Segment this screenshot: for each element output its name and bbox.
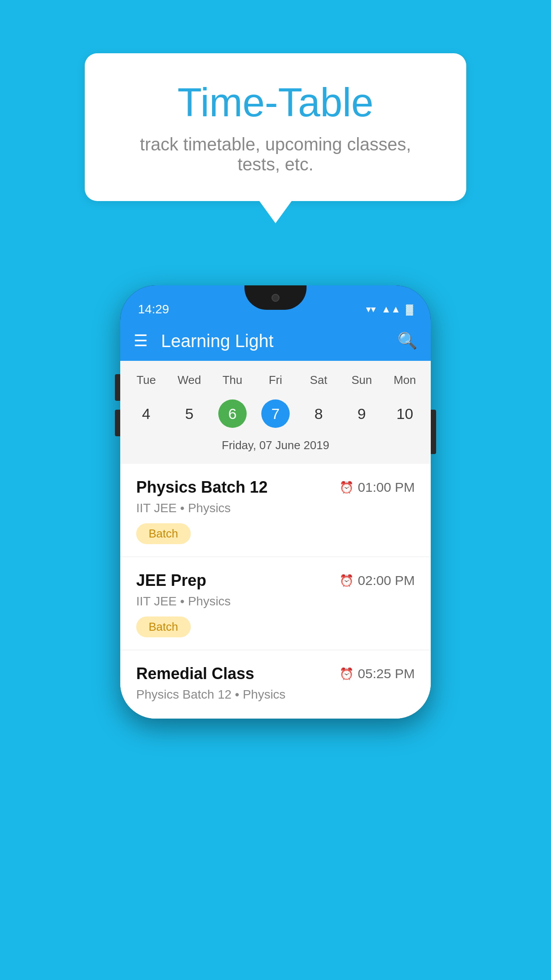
class-name: Physics Batch 12 [136, 478, 268, 497]
status-time: 14:29 [138, 302, 169, 316]
date-9[interactable]: 9 [340, 395, 383, 432]
date-6[interactable]: 6 [211, 395, 254, 432]
page-title: Time-Table [120, 80, 431, 126]
speech-bubble: Time-Table track timetable, upcoming cla… [85, 53, 466, 201]
app-title: Learning Light [161, 331, 398, 351]
signal-icon: ▲▲ [381, 304, 401, 315]
day-numbers: 4 5 6 7 8 9 10 [125, 395, 426, 432]
class-subject: IIT JEE • Physics [136, 501, 415, 515]
class-item[interactable]: Physics Batch 12 ⏰ 01:00 PM IIT JEE • Ph… [120, 464, 431, 557]
date-5[interactable]: 5 [168, 395, 211, 432]
batch-tag: Batch [136, 523, 191, 544]
hero-section: Time-Table track timetable, upcoming cla… [0, 0, 551, 228]
date-4[interactable]: 4 [125, 395, 168, 432]
class-item[interactable]: Remedial Class ⏰ 05:25 PM Physics Batch … [120, 650, 431, 719]
day-sun: Sun [340, 370, 383, 391]
selected-date-label: Friday, 07 June 2019 [125, 432, 426, 459]
day-sat: Sat [297, 370, 340, 391]
app-bar: ☰ Learning Light 🔍 [120, 321, 431, 361]
battery-icon: ▓ [406, 304, 413, 315]
class-item[interactable]: JEE Prep ⏰ 02:00 PM IIT JEE • Physics Ba… [120, 557, 431, 650]
class-subject: Physics Batch 12 • Physics [136, 688, 415, 702]
class-header: Remedial Class ⏰ 05:25 PM [136, 664, 415, 683]
power-button [431, 410, 436, 454]
day-mon: Mon [383, 370, 426, 391]
class-time: ⏰ 01:00 PM [339, 480, 415, 495]
date-8[interactable]: 8 [297, 395, 340, 432]
selected-circle: 7 [261, 399, 290, 428]
class-header: JEE Prep ⏰ 02:00 PM [136, 571, 415, 590]
clock-icon: ⏰ [339, 574, 354, 588]
phone-frame: 14:29 ▾▾ ▲▲ ▓ ☰ Learning Light 🔍 Tue [120, 285, 431, 719]
class-subject: IIT JEE • Physics [136, 594, 415, 609]
class-time: ⏰ 02:00 PM [339, 573, 415, 588]
status-icons: ▾▾ ▲▲ ▓ [366, 304, 413, 315]
class-list: Physics Batch 12 ⏰ 01:00 PM IIT JEE • Ph… [120, 464, 431, 719]
wifi-icon: ▾▾ [366, 304, 376, 315]
batch-tag: Batch [136, 616, 191, 637]
volume-up-button [115, 374, 120, 401]
date-7[interactable]: 7 [254, 395, 297, 432]
clock-icon: ⏰ [339, 481, 354, 494]
class-time: ⏰ 05:25 PM [339, 666, 415, 681]
camera [272, 294, 279, 302]
phone-mockup: 14:29 ▾▾ ▲▲ ▓ ☰ Learning Light 🔍 Tue [0, 285, 551, 719]
calendar-strip: Tue Wed Thu Fri Sat Sun Mon 4 5 6 7 [120, 361, 431, 464]
day-wed: Wed [168, 370, 211, 391]
class-header: Physics Batch 12 ⏰ 01:00 PM [136, 478, 415, 497]
clock-icon: ⏰ [339, 667, 354, 681]
class-name: Remedial Class [136, 664, 254, 683]
today-circle: 6 [218, 399, 247, 428]
day-thu: Thu [211, 370, 254, 391]
search-icon[interactable]: 🔍 [398, 332, 417, 350]
volume-down-button [115, 410, 120, 436]
day-tue: Tue [125, 370, 168, 391]
class-name: JEE Prep [136, 571, 206, 590]
page-subtitle: track timetable, upcoming classes, tests… [120, 134, 431, 174]
day-fri: Fri [254, 370, 297, 391]
day-headers: Tue Wed Thu Fri Sat Sun Mon [125, 370, 426, 391]
date-10[interactable]: 10 [383, 395, 426, 432]
menu-icon[interactable]: ☰ [134, 333, 148, 349]
